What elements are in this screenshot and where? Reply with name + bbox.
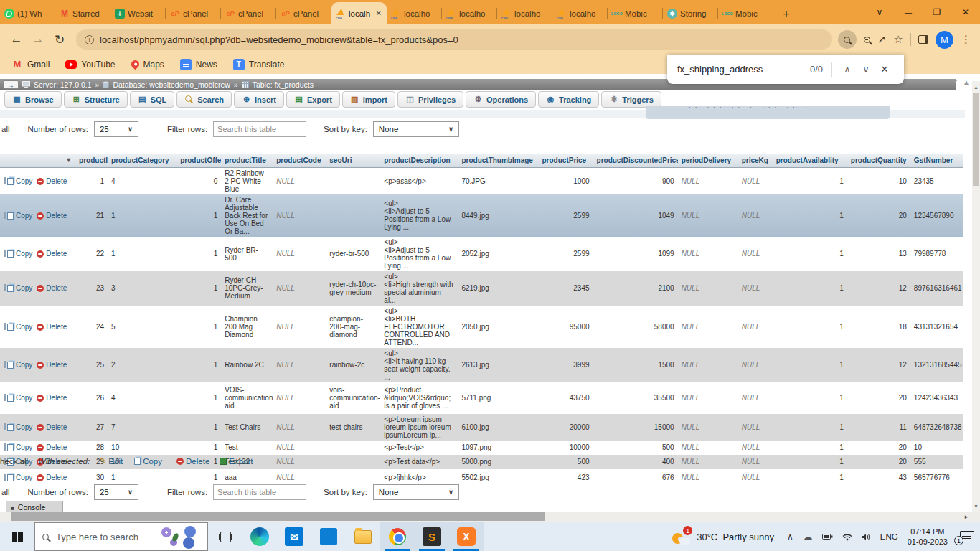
browser-tab[interactable]: cPanel xyxy=(276,3,331,24)
scroll-right-arrow-icon[interactable] xyxy=(961,512,971,522)
header-productThumbImage[interactable]: productThumbImage xyxy=(458,154,538,167)
profile-avatar[interactable]: M xyxy=(936,31,953,49)
bookmark-item[interactable]: Gmail xyxy=(11,59,50,70)
pma-tab-privileges[interactable]: Privileges xyxy=(397,91,463,108)
header-productCategory[interactable]: productCategory xyxy=(108,154,176,167)
find-bar[interactable]: fx_shipping_address 0/0 xyxy=(667,55,904,84)
pma-tab-import[interactable]: Import xyxy=(342,91,395,108)
pma-tab-triggers[interactable]: Triggers xyxy=(601,91,661,108)
start-button[interactable] xyxy=(0,522,34,551)
horizontal-scrollbar-thumb[interactable] xyxy=(11,512,545,521)
bookmark-item[interactable]: News xyxy=(180,59,217,70)
onedrive-icon[interactable] xyxy=(803,531,813,542)
sublime-button[interactable] xyxy=(415,522,449,551)
copy-row-link[interactable]: Copy xyxy=(16,250,32,258)
scroll-up-arrow-icon[interactable] xyxy=(972,83,980,91)
header-productPrice[interactable]: productPrice xyxy=(539,154,593,167)
address-bar[interactable]: localhost/phpmyadmin/sql.php?db=websited… xyxy=(76,29,832,50)
vertical-scrollbar-thumb[interactable] xyxy=(973,93,979,186)
pma-tab-export[interactable]: Export xyxy=(286,91,340,108)
header-productQuantity[interactable]: productQuantity xyxy=(847,154,910,167)
table-row[interactable]: CopyDelete2521Rainbow 2CNULLrainbow-2c<u… xyxy=(0,348,963,382)
edit-selected-button[interactable]: Edit xyxy=(100,456,123,466)
delete-row-link[interactable]: Delete xyxy=(46,361,67,369)
delete-row-link[interactable]: Delete xyxy=(46,284,67,292)
browser-tab[interactable]: Mobic xyxy=(718,3,773,24)
header-productOffer[interactable]: productOffer xyxy=(176,154,221,167)
language-indicator[interactable]: ENG xyxy=(880,532,898,541)
copy-row-link[interactable]: Copy xyxy=(16,361,32,369)
tray-chevron-up-icon[interactable] xyxy=(787,532,793,542)
console-tab[interactable]: Console xyxy=(6,501,63,512)
delete-row-link[interactable]: Delete xyxy=(46,423,67,431)
browser-tab[interactable]: Mobic xyxy=(608,3,663,24)
header-productCode[interactable]: productCode xyxy=(273,154,326,167)
minimize-button[interactable] xyxy=(894,0,923,24)
copy-row-link[interactable]: Copy xyxy=(16,177,32,185)
delete-selected-button[interactable]: Delete xyxy=(172,457,209,466)
edge-button[interactable] xyxy=(242,522,277,551)
copy-row-link[interactable]: Copy xyxy=(16,394,32,402)
zoom-icon[interactable] xyxy=(864,37,870,43)
show-all-label[interactable]: all xyxy=(1,125,10,133)
tab-search-chevron-icon[interactable] xyxy=(865,0,894,24)
table-row[interactable]: CopyDelete2451Champion 200 Mag DiamondNU… xyxy=(0,306,963,348)
header-productTitle[interactable]: productTitle xyxy=(221,154,273,167)
back-button[interactable] xyxy=(6,29,27,50)
table-row[interactable]: CopyDelete2331Ryder CH-10PC-Grey-MediumN… xyxy=(0,271,963,306)
mail-button[interactable] xyxy=(277,522,311,551)
pma-tab-sql[interactable]: SQL xyxy=(130,91,175,108)
delete-row-link[interactable]: Delete xyxy=(46,212,67,220)
pma-tab-insert[interactable]: Insert xyxy=(234,91,284,108)
pma-tab-browse[interactable]: Browse xyxy=(4,91,62,108)
scroll-top-icon[interactable] xyxy=(963,78,970,86)
find-previous-button[interactable] xyxy=(838,60,857,79)
pma-tab-search[interactable]: Search xyxy=(176,91,232,108)
copy-row-link[interactable]: Copy xyxy=(16,212,32,220)
bookmark-star-icon[interactable] xyxy=(894,33,903,46)
rows-per-page-select[interactable]: 25 xyxy=(94,484,138,500)
table-row[interactable]: CopyDelete28101TestNULL<p>Test</p>1097.p… xyxy=(0,441,963,455)
header-productDescription[interactable]: productDescription xyxy=(380,154,458,167)
delete-row-link[interactable]: Delete xyxy=(46,474,67,481)
table-row[interactable]: CopyDelete2641VOIS-communication aidNULL… xyxy=(0,382,963,414)
show-all-label[interactable]: all xyxy=(1,488,10,496)
copy-row-link[interactable]: Copy xyxy=(16,284,32,292)
breadcrumb-database[interactable]: Database: websitedemo_mobicrew xyxy=(113,80,230,89)
browser-tab[interactable]: (1) Wh xyxy=(0,3,55,24)
notification-center-button[interactable]: 1 xyxy=(960,531,974,542)
sort-by-key-select[interactable]: None xyxy=(373,121,459,137)
find-query[interactable]: fx_shipping_address xyxy=(677,64,810,75)
header-GstNumber[interactable]: GstNumber xyxy=(910,154,963,167)
header-productID[interactable]: productID xyxy=(75,154,108,167)
battery-icon[interactable] xyxy=(822,533,833,540)
delete-row-link[interactable]: Delete xyxy=(46,443,67,451)
browser-menu-icon[interactable] xyxy=(961,33,971,46)
pma-tab-operations[interactable]: Operations xyxy=(466,91,536,108)
pma-tab-structure[interactable]: Structure xyxy=(64,91,128,108)
header-priceKg[interactable]: priceKg xyxy=(738,154,773,167)
restore-button[interactable] xyxy=(923,0,951,24)
close-window-button[interactable] xyxy=(951,0,980,24)
wifi-icon[interactable] xyxy=(842,533,852,541)
table-row[interactable]: CopyDelete2771Test ChairsNULLtest-chairs… xyxy=(0,414,963,441)
delete-row-link[interactable]: Delete xyxy=(46,177,67,185)
browser-tab[interactable]: localho xyxy=(442,3,497,24)
weather-widget[interactable]: 1 30°C Partly sunny xyxy=(665,522,781,551)
browser-tab[interactable]: Websit xyxy=(110,3,166,24)
collapse-icon[interactable] xyxy=(953,78,958,86)
delete-row-link[interactable]: Delete xyxy=(46,323,67,331)
find-in-page-icon[interactable] xyxy=(838,30,857,49)
forward-button[interactable] xyxy=(27,29,49,50)
copy-selected-button[interactable]: Copy xyxy=(133,457,162,466)
volume-icon[interactable] xyxy=(862,533,871,541)
nav-panel-toggle-icon[interactable] xyxy=(3,80,19,89)
table-row[interactable]: CopyDelete2211Ryder BR-500NULLryder-br-5… xyxy=(0,237,963,271)
sort-options-icon[interactable] xyxy=(65,156,72,164)
vscode-button[interactable] xyxy=(311,522,346,551)
task-view-button[interactable] xyxy=(208,522,242,551)
browser-tab[interactable]: Storing xyxy=(663,3,718,24)
table-row[interactable]: CopyDelete140R2 Rainbow 2 PC White-BlueN… xyxy=(0,167,963,194)
check-all-label[interactable]: heck all xyxy=(0,457,28,466)
header-periodDelivery[interactable]: periodDelivery xyxy=(678,154,738,167)
